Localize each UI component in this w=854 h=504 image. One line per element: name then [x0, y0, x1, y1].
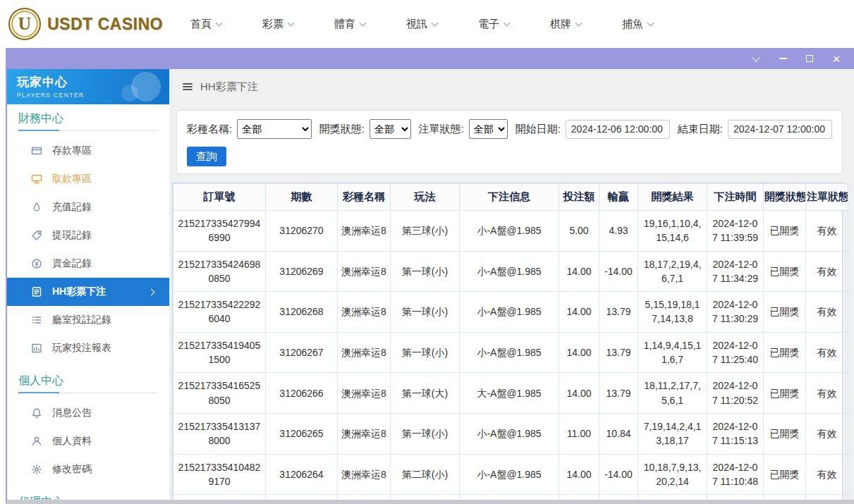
- window-minimize-button[interactable]: [775, 51, 791, 66]
- table-row: 215217335427994699031206270澳洲幸运8第三球(小)小-…: [173, 211, 848, 252]
- table-cell: [707, 495, 764, 500]
- sidebar-item[interactable]: 個人資料: [7, 427, 169, 455]
- bet-status-select[interactable]: 全部: [469, 119, 508, 139]
- table-cell: 小-A盤@1.985: [460, 454, 559, 495]
- table-cell: 小-A盤@1.985: [460, 413, 559, 454]
- table-cell: 已開獎: [764, 373, 806, 414]
- sidebar-item-label: 消息公告: [52, 407, 92, 419]
- table-cell: 已開獎: [764, 251, 806, 292]
- draw-status-select[interactable]: 全部: [370, 119, 411, 139]
- nav-item-3[interactable]: 視訊: [406, 18, 437, 31]
- filter-panel: 彩種名稱: 全部 開獎狀態: 全部 注單狀態: 全部 開始日期: 結束日期: 查…: [176, 110, 843, 174]
- search-button[interactable]: 查詢: [187, 147, 226, 166]
- sidebar-section-label: 代理中心: [18, 496, 63, 500]
- window-close-button[interactable]: ×: [829, 51, 844, 66]
- chevron-down-icon: [216, 19, 223, 26]
- sidebar-item[interactable]: 廳室投註記錄: [7, 306, 169, 334]
- table-cell: 澳洲幸运8: [338, 332, 391, 373]
- table-cell: 5.00: [559, 211, 599, 252]
- table-cell: 小-A盤@1.985: [460, 332, 559, 373]
- nav-item-0[interactable]: 首頁: [190, 18, 221, 31]
- table-row: 215217335422292604031206268澳洲幸运8第一球(小)小-…: [173, 292, 848, 333]
- table-cell: 第二球(小): [391, 454, 460, 495]
- cashout-icon: [31, 230, 42, 241]
- table-row: 215217335413137800031206265澳洲幸运8第一球(小)小-…: [173, 413, 848, 454]
- sidebar-item[interactable]: 充值記錄: [7, 193, 169, 221]
- table-cell: 7,19,14,2,4,13,18,17: [638, 413, 707, 454]
- sidebar-item-label: 取款專區: [52, 173, 92, 185]
- table-cell: 澳洲幸运8: [338, 251, 391, 292]
- window-collapse-button[interactable]: [748, 51, 764, 66]
- sidebar-item[interactable]: HH彩票下注: [7, 278, 169, 306]
- window-maximize-button[interactable]: [802, 51, 817, 66]
- hamburger-menu-icon[interactable]: [182, 81, 193, 92]
- table-cell: 31206270: [266, 211, 338, 252]
- sidebar-section-title: 個人中心: [18, 374, 158, 393]
- minimize-icon: [779, 58, 787, 59]
- table-cell: 2024-12-07 11:15:13: [707, 413, 764, 454]
- table-header-row: 訂單號期數彩種名稱玩法下注信息投注額輸贏開獎結果下注時間開獎狀態注單狀態: [173, 184, 848, 211]
- table-row: 215217335416525805031206266澳洲幸运8第一球(大)大-…: [173, 373, 848, 414]
- main-nav: 首頁彩票體育視訊電子棋牌捕魚: [190, 18, 653, 31]
- window-titlebar[interactable]: ×: [7, 48, 854, 69]
- table-cell: 31206269: [266, 251, 338, 292]
- table-cell: 小-A盤@1.985: [460, 292, 559, 333]
- nav-item-2[interactable]: 體育: [334, 18, 365, 31]
- table-cell: [638, 495, 707, 500]
- table-cell: 18,17,2,19,4,6,7,1: [638, 251, 707, 292]
- column-header: 輸贏: [599, 184, 638, 211]
- sidebar-item-label: 提現記錄: [52, 229, 92, 242]
- nav-item-label: 捕魚: [622, 18, 643, 31]
- table-cell: 小-A盤@1.985: [460, 211, 559, 252]
- sidebar-item-label: 個人資料: [52, 435, 92, 448]
- table-cell: 有效: [806, 454, 848, 495]
- table-cell: 1,14,9,4,15,11,6,7: [638, 332, 707, 373]
- table-cell: 第三球(小): [391, 211, 460, 252]
- sidebar-item[interactable]: 玩家投注報表: [7, 334, 169, 362]
- sidebar-item[interactable]: 取款專區: [7, 165, 169, 193]
- sidebar-item-label: 廳室投註記錄: [52, 314, 111, 326]
- bell-icon: [31, 407, 42, 419]
- table-cell: 有效: [806, 251, 848, 292]
- sidebar-item[interactable]: 資金記錄: [7, 250, 169, 278]
- table-cell: [559, 495, 599, 500]
- start-date-input[interactable]: [566, 120, 670, 139]
- table-cell: 2152173354279946990: [173, 211, 266, 252]
- column-header: 注單狀態: [806, 184, 848, 211]
- table-cell: 14.00: [559, 373, 599, 414]
- table-cell: 13.79: [599, 373, 638, 414]
- lottery-type-select[interactable]: 全部: [237, 119, 312, 139]
- end-date-input[interactable]: [728, 120, 832, 139]
- table-cell: 第一球(大): [391, 373, 460, 414]
- sidebar-item[interactable]: 消息公告: [7, 399, 169, 427]
- table-cell: [764, 495, 806, 500]
- page-title: HH彩票下注: [200, 80, 258, 94]
- nav-item-1[interactable]: 彩票: [262, 18, 293, 31]
- table-cell: [599, 495, 638, 500]
- table-cell: 有效: [806, 413, 848, 454]
- table-cell: [266, 495, 338, 500]
- nav-item-4[interactable]: 電子: [478, 18, 509, 31]
- nav-item-5[interactable]: 棋牌: [550, 18, 581, 31]
- sidebar-item[interactable]: 修改密碼: [7, 455, 169, 484]
- table-cell: 澳洲幸运8: [338, 454, 391, 495]
- sidebar-header: 玩家中心 PLAYERS CENTER: [7, 69, 169, 104]
- site-logo[interactable]: U USDT CASINO: [8, 8, 179, 40]
- table-cell: 31206264: [266, 454, 338, 495]
- table-cell: 18,11,2,17,7,5,6,1: [638, 373, 707, 414]
- table-cell: 大-A盤@1.985: [460, 373, 559, 414]
- table-cell: 31206265: [266, 413, 338, 454]
- nav-item-6[interactable]: 捕魚: [622, 18, 653, 31]
- table-cell: 小-A盤@1.985: [460, 251, 559, 292]
- chevron-down-icon: [432, 19, 439, 26]
- start-date-label: 開始日期:: [516, 123, 561, 136]
- sidebar-item[interactable]: 提現記錄: [7, 221, 169, 250]
- table-cell: 第一球(小): [391, 332, 460, 373]
- column-header: 開獎狀態: [764, 184, 806, 211]
- table-cell: 2152173354246980850: [173, 251, 266, 292]
- sidebar-item[interactable]: 存款專區: [7, 137, 169, 165]
- table-cell: 有效: [806, 211, 848, 252]
- nav-item-label: 視訊: [406, 18, 427, 31]
- recharge-icon: [31, 202, 42, 213]
- nav-item-label: 彩票: [262, 18, 283, 31]
